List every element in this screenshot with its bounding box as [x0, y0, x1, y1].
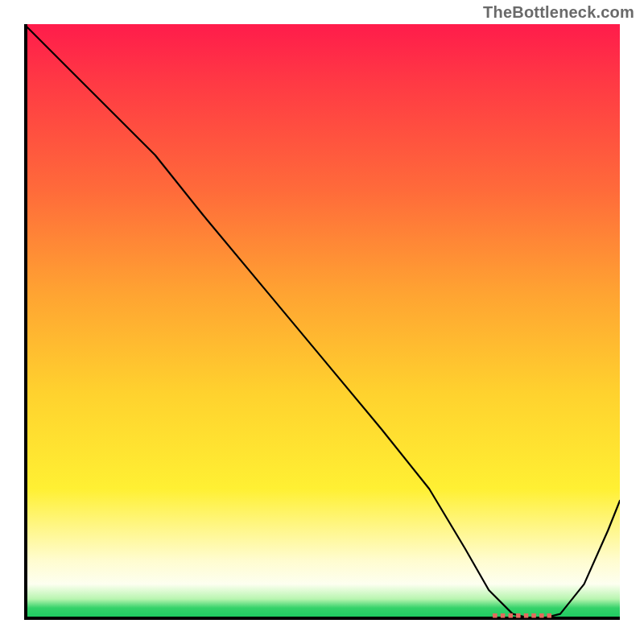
bottleneck-curve: [24, 24, 620, 620]
chart-container: TheBottleneck.com ■■■■■■■■: [0, 0, 644, 644]
watermark-text: TheBottleneck.com: [483, 3, 634, 22]
optimum-marker-label: ■■■■■■■■: [493, 610, 555, 620]
